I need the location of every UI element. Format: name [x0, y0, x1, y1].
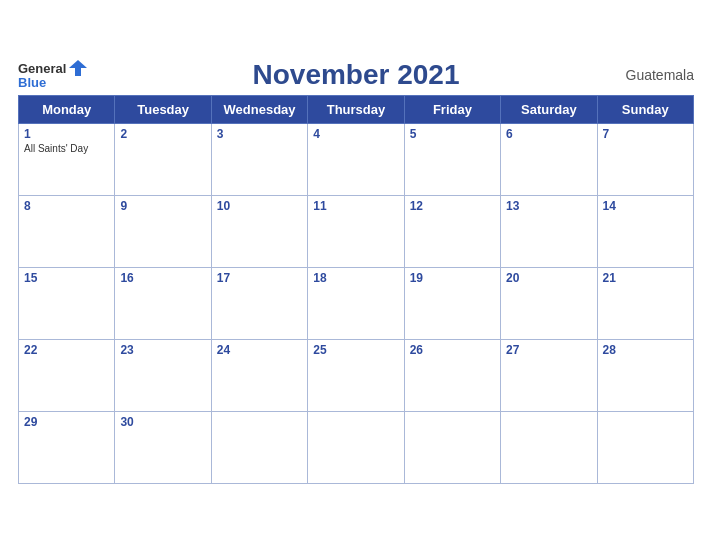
svg-marker-0	[69, 60, 87, 76]
calendar-cell: 3	[211, 123, 307, 195]
calendar-cell: 18	[308, 267, 404, 339]
calendar-header: General Blue November 2021 Guatemala	[18, 59, 694, 91]
calendar-cell: 22	[19, 339, 115, 411]
day-number: 24	[217, 343, 302, 357]
calendar-cell: 23	[115, 339, 211, 411]
calendar-cell: 9	[115, 195, 211, 267]
calendar-cell: 1All Saints' Day	[19, 123, 115, 195]
calendar-cell	[501, 411, 597, 483]
calendar-cell: 26	[404, 339, 500, 411]
calendar-wrapper: General Blue November 2021 Guatemala Mon…	[0, 49, 712, 502]
calendar-cell: 24	[211, 339, 307, 411]
day-number: 3	[217, 127, 302, 141]
weekday-header-row: Monday Tuesday Wednesday Thursday Friday…	[19, 95, 694, 123]
calendar-cell: 7	[597, 123, 693, 195]
calendar-week-row: 891011121314	[19, 195, 694, 267]
day-number: 12	[410, 199, 495, 213]
calendar-cell	[404, 411, 500, 483]
day-number: 5	[410, 127, 495, 141]
day-number: 1	[24, 127, 109, 141]
header-tuesday: Tuesday	[115, 95, 211, 123]
calendar-table: Monday Tuesday Wednesday Thursday Friday…	[18, 95, 694, 484]
day-number: 26	[410, 343, 495, 357]
calendar-cell: 10	[211, 195, 307, 267]
calendar-cell: 15	[19, 267, 115, 339]
calendar-cell: 16	[115, 267, 211, 339]
calendar-cell: 14	[597, 195, 693, 267]
day-number: 28	[603, 343, 688, 357]
day-number: 8	[24, 199, 109, 213]
calendar-body: 1All Saints' Day234567891011121314151617…	[19, 123, 694, 483]
day-number: 4	[313, 127, 398, 141]
day-number: 11	[313, 199, 398, 213]
logo-general-text: General	[18, 62, 66, 75]
logo: General Blue	[18, 60, 87, 89]
calendar-week-row: 22232425262728	[19, 339, 694, 411]
day-number: 16	[120, 271, 205, 285]
calendar-cell: 27	[501, 339, 597, 411]
calendar-cell	[211, 411, 307, 483]
calendar-cell: 12	[404, 195, 500, 267]
day-number: 27	[506, 343, 591, 357]
day-number: 7	[603, 127, 688, 141]
calendar-week-row: 1All Saints' Day234567	[19, 123, 694, 195]
calendar-cell: 8	[19, 195, 115, 267]
day-number: 14	[603, 199, 688, 213]
calendar-cell: 4	[308, 123, 404, 195]
calendar-cell	[597, 411, 693, 483]
calendar-cell: 6	[501, 123, 597, 195]
day-number: 9	[120, 199, 205, 213]
logo-blue-text: Blue	[18, 76, 46, 89]
calendar-week-row: 15161718192021	[19, 267, 694, 339]
calendar-cell: 21	[597, 267, 693, 339]
calendar-cell: 5	[404, 123, 500, 195]
calendar-cell: 13	[501, 195, 597, 267]
day-number: 30	[120, 415, 205, 429]
day-number: 15	[24, 271, 109, 285]
calendar-cell: 30	[115, 411, 211, 483]
day-number: 18	[313, 271, 398, 285]
day-number: 13	[506, 199, 591, 213]
header-wednesday: Wednesday	[211, 95, 307, 123]
day-number: 20	[506, 271, 591, 285]
calendar-week-row: 2930	[19, 411, 694, 483]
calendar-cell: 19	[404, 267, 500, 339]
day-number: 25	[313, 343, 398, 357]
day-number: 23	[120, 343, 205, 357]
holiday-label: All Saints' Day	[24, 143, 109, 154]
calendar-cell: 17	[211, 267, 307, 339]
day-number: 6	[506, 127, 591, 141]
header-friday: Friday	[404, 95, 500, 123]
calendar-cell	[308, 411, 404, 483]
day-number: 2	[120, 127, 205, 141]
header-monday: Monday	[19, 95, 115, 123]
calendar-cell: 20	[501, 267, 597, 339]
day-number: 19	[410, 271, 495, 285]
header-thursday: Thursday	[308, 95, 404, 123]
day-number: 21	[603, 271, 688, 285]
day-number: 29	[24, 415, 109, 429]
day-number: 22	[24, 343, 109, 357]
header-saturday: Saturday	[501, 95, 597, 123]
calendar-cell: 29	[19, 411, 115, 483]
day-number: 17	[217, 271, 302, 285]
calendar-cell: 11	[308, 195, 404, 267]
calendar-cell: 2	[115, 123, 211, 195]
calendar-country: Guatemala	[626, 67, 694, 83]
calendar-cell: 28	[597, 339, 693, 411]
calendar-title: November 2021	[18, 59, 694, 91]
header-sunday: Sunday	[597, 95, 693, 123]
calendar-cell: 25	[308, 339, 404, 411]
day-number: 10	[217, 199, 302, 213]
logo-bird-icon	[69, 60, 87, 76]
